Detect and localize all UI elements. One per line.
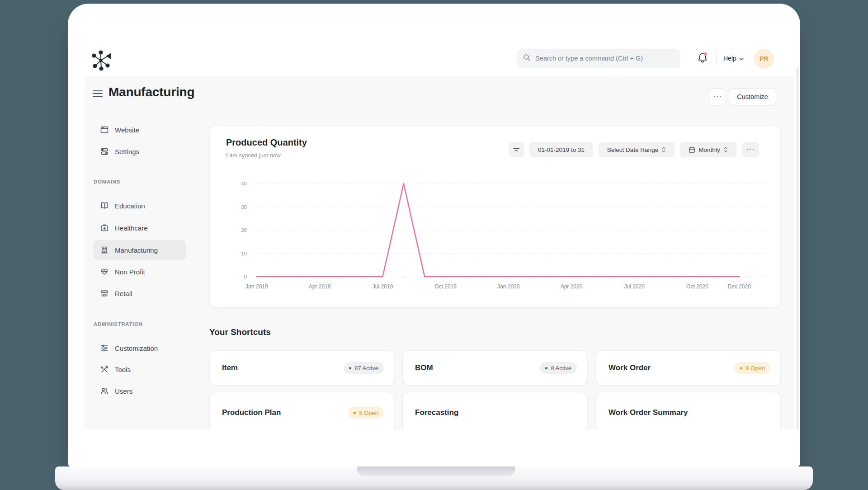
chart-title: Produced Quantity bbox=[226, 137, 307, 148]
calendar-icon bbox=[689, 146, 695, 153]
sidebar-item-manufacturing[interactable]: Manufacturing bbox=[94, 240, 186, 260]
avatar-initials: PR bbox=[760, 55, 769, 62]
svg-text:Oct 2020: Oct 2020 bbox=[686, 283, 708, 290]
status-badge: 9 Open bbox=[735, 362, 770, 374]
produced-quantity-line-chart: 010203040Jan 2019Apr 2019Jul 2019Oct 201… bbox=[210, 176, 781, 298]
shortcut-label: Work Order bbox=[609, 363, 651, 372]
sidebar-item-non-profit[interactable]: Non Profit bbox=[94, 262, 186, 282]
svg-text:Apr 2019: Apr 2019 bbox=[309, 283, 331, 290]
shortcut-card-work-order-summary[interactable]: Work Order Summary bbox=[596, 392, 781, 429]
sidebar-item-retail[interactable]: Retail bbox=[94, 283, 186, 303]
non-profit-icon bbox=[100, 267, 109, 276]
svg-text:Jul 2020: Jul 2020 bbox=[624, 283, 645, 290]
sidebar-item-customization[interactable]: Customization bbox=[94, 338, 186, 358]
status-badge: 5 Open bbox=[348, 407, 384, 419]
workspace: Manufacturing ··· Customize Website Sett… bbox=[85, 76, 794, 429]
sidebar-section-domains: DOMAINS bbox=[94, 179, 120, 184]
svg-text:10: 10 bbox=[241, 251, 247, 256]
svg-text:30: 30 bbox=[241, 204, 247, 210]
education-icon bbox=[100, 201, 109, 210]
status-badge: 87 Active bbox=[344, 362, 384, 374]
search-icon bbox=[523, 53, 531, 63]
chart-more-button[interactable]: ··· bbox=[742, 142, 759, 157]
select-chevrons-icon bbox=[723, 146, 728, 153]
chart-select-date-range-dropdown[interactable]: Select Date Range bbox=[599, 142, 675, 157]
svg-text:Dec 2020: Dec 2020 bbox=[728, 283, 751, 290]
shortcut-card-production-plan[interactable]: Production Plan 5 Open bbox=[209, 392, 394, 429]
help-label: Help bbox=[723, 55, 736, 62]
tools-icon bbox=[100, 365, 109, 374]
badge-dot-icon bbox=[545, 367, 547, 369]
shortcut-label: Production Plan bbox=[222, 408, 281, 417]
notifications-bell-icon[interactable] bbox=[695, 51, 710, 66]
badge-dot-icon bbox=[349, 367, 351, 369]
svg-text:Jan 2019: Jan 2019 bbox=[245, 283, 268, 290]
sidebar-section-administration: ADMINISTRATION bbox=[94, 321, 143, 327]
shortcuts-heading: Your Shortcuts bbox=[209, 327, 271, 337]
shortcut-card-work-order[interactable]: Work Order 9 Open bbox=[596, 350, 781, 386]
chart-controls: 01-01-2019 to 31 Select Date Range bbox=[509, 142, 759, 157]
select-chevrons-icon bbox=[661, 146, 666, 153]
help-menu[interactable]: Help bbox=[723, 52, 744, 64]
global-search[interactable] bbox=[517, 49, 680, 68]
badge-dot-icon bbox=[740, 367, 742, 369]
sidebar-item-settings[interactable]: Settings bbox=[94, 141, 186, 161]
shortcut-card-item[interactable]: Item 87 Active bbox=[209, 350, 394, 386]
customize-button[interactable]: Customize bbox=[729, 88, 776, 105]
app-logo-icon bbox=[90, 49, 112, 71]
laptop-notch bbox=[357, 466, 515, 476]
topbar-divider bbox=[716, 51, 717, 66]
search-input[interactable] bbox=[535, 55, 675, 62]
chevron-down-icon bbox=[739, 55, 744, 62]
shortcut-label: BOM bbox=[415, 363, 433, 372]
chart-filter-button[interactable] bbox=[509, 142, 524, 157]
chart-date-range-button[interactable]: 01-01-2019 to 31 bbox=[529, 142, 593, 157]
chart-last-synced: Last synced just now bbox=[226, 152, 281, 159]
sidebar-item-education[interactable]: Education bbox=[94, 196, 186, 216]
page-title: Manufacturing bbox=[108, 85, 194, 99]
website-icon bbox=[100, 125, 109, 134]
laptop-base bbox=[55, 466, 813, 490]
shortcut-card-forecasting[interactable]: Forecasting bbox=[402, 392, 587, 429]
shortcut-label: Forecasting bbox=[415, 408, 458, 417]
customization-icon bbox=[100, 344, 109, 353]
shortcut-label: Item bbox=[222, 363, 238, 372]
healthcare-icon bbox=[100, 223, 109, 232]
manufacturing-icon bbox=[100, 245, 109, 254]
sidebar-item-website[interactable]: Website bbox=[94, 120, 186, 140]
sidebar-item-users[interactable]: Users bbox=[94, 381, 186, 401]
settings-icon bbox=[100, 147, 109, 156]
page-scrollbar[interactable] bbox=[797, 68, 798, 429]
status-badge: 8 Active bbox=[540, 362, 577, 374]
svg-text:Jul 2019: Jul 2019 bbox=[373, 283, 393, 290]
produced-quantity-card: Produced Quantity Last synced just now 0… bbox=[209, 125, 781, 307]
shortcut-label: Work Order Summary bbox=[609, 408, 688, 417]
user-avatar[interactable]: PR bbox=[754, 49, 774, 69]
svg-text:Oct 2019: Oct 2019 bbox=[434, 283, 457, 290]
filter-icon bbox=[512, 146, 520, 154]
svg-text:20: 20 bbox=[241, 227, 247, 233]
svg-text:Jan 2020: Jan 2020 bbox=[497, 283, 520, 290]
chart-frequency-dropdown[interactable]: Monthly bbox=[680, 142, 736, 157]
sidebar-item-tools[interactable]: Tools bbox=[94, 359, 186, 379]
retail-icon bbox=[100, 289, 109, 298]
users-icon bbox=[100, 386, 109, 396]
svg-text:40: 40 bbox=[241, 181, 247, 186]
badge-dot-icon bbox=[354, 412, 356, 414]
page-more-button[interactable]: ··· bbox=[709, 88, 726, 105]
sidebar-item-healthcare[interactable]: Healthcare bbox=[94, 218, 186, 238]
sidebar-toggle-icon[interactable] bbox=[92, 89, 104, 99]
shortcut-card-bom[interactable]: BOM 8 Active bbox=[402, 350, 587, 386]
laptop-mockup: Help PR Manufacturing ··· Customize bbox=[0, 0, 868, 490]
svg-text:0: 0 bbox=[244, 274, 247, 279]
svg-text:Apr 2020: Apr 2020 bbox=[561, 283, 583, 290]
laptop-screen: Help PR Manufacturing ··· Customize bbox=[68, 4, 800, 467]
